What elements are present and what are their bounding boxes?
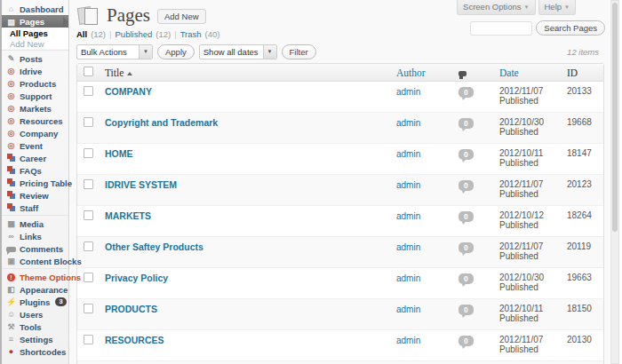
sidebar-item-content-blocks[interactable]: Content Blocks [2, 255, 68, 267]
comment-count-badge[interactable]: 0 [459, 305, 474, 315]
view-filter-all[interactable]: All [76, 29, 87, 39]
column-header-title[interactable]: Title [99, 64, 390, 82]
page-title-link[interactable]: IDRIVE SYSTEM [105, 179, 177, 190]
search-input[interactable] [470, 21, 532, 36]
author-link[interactable]: admin [396, 87, 420, 97]
row-checkbox[interactable] [84, 179, 93, 189]
row-checkbox[interactable] [84, 335, 93, 344]
date-value: 2012/10/30 [499, 273, 554, 282]
sidebar-item-resources[interactable]: Resources [2, 115, 68, 127]
table-header-row: Title Author Date ID [77, 64, 603, 82]
sidebar-item-media[interactable]: Media [2, 218, 68, 230]
page-title-link[interactable]: Privacy Policy [105, 273, 168, 283]
author-link[interactable]: admin [396, 242, 420, 252]
ring-icon [6, 116, 16, 125]
page-title-link[interactable]: Copyright and Trademark [105, 117, 218, 128]
pages-screen-icon [76, 5, 100, 27]
sidebar-item-label: Settings [20, 335, 52, 344]
sidebar-item-users[interactable]: Users [2, 308, 68, 320]
help-button[interactable]: Help ▼ [538, 0, 577, 15]
dates-filter-label: Show all dates [203, 47, 259, 57]
comment-count-badge[interactable]: 0 [459, 242, 474, 253]
sidebar-item-appearance[interactable]: Appearance [2, 283, 68, 296]
comment-count-badge[interactable]: 0 [459, 211, 474, 222]
author-link[interactable]: admin [396, 180, 420, 190]
sidebar-item-staff[interactable]: Staff [2, 202, 68, 214]
row-checkbox[interactable] [84, 148, 93, 158]
add-new-button[interactable]: Add New [157, 9, 206, 24]
table-row: MARKETSadmin02012/10/12Published18264 [77, 206, 603, 237]
sidebar-item-event[interactable]: Event [2, 139, 68, 152]
author-link[interactable]: admin [396, 118, 420, 128]
sidebar-item-links[interactable]: Links [2, 230, 68, 242]
top-toolbar: Bulk Actions ▼ Apply Show all dates ▼ Fi… [76, 44, 610, 59]
apply-button[interactable]: Apply [157, 44, 195, 59]
dates-filter-select[interactable]: Show all dates ▼ [199, 44, 277, 59]
author-link[interactable]: admin [396, 273, 420, 283]
comment-count-badge[interactable]: 0 [459, 118, 474, 129]
page-title-link[interactable]: MARKETS [105, 210, 151, 221]
table-row: HOMEadmin02012/10/11Published18147 [77, 144, 603, 175]
sidebar-subitem-add-new[interactable]: Add New [2, 38, 68, 49]
author-link[interactable]: admin [396, 336, 420, 345]
select-all-checkbox[interactable] [84, 67, 93, 76]
sidebar-item-posts[interactable]: Posts [2, 52, 68, 65]
vertical-scrollbar[interactable] [610, 0, 619, 364]
sidebar-item-pricing-table[interactable]: Pricing Table [2, 177, 68, 189]
row-checkbox[interactable] [84, 86, 93, 96]
sidebar-item-company[interactable]: Company [2, 127, 68, 139]
column-header-date[interactable]: Date [493, 64, 561, 82]
sidebar-item-dashboard[interactable]: Dashboard [2, 3, 68, 15]
comment-count-badge[interactable]: 0 [459, 336, 474, 346]
sidebar-item-faqs[interactable]: FAQs [2, 164, 68, 177]
column-header-author[interactable]: Author [390, 64, 452, 82]
screen-options-button[interactable]: Screen Options ▼ [457, 0, 535, 15]
author-link[interactable]: admin [396, 211, 420, 221]
author-link[interactable]: admin [396, 305, 420, 314]
row-checkbox[interactable] [84, 304, 93, 313]
scrollbar-thumb[interactable] [612, 3, 618, 232]
bulk-actions-select[interactable]: Bulk Actions ▼ [76, 44, 153, 59]
sidebar-item-label: Review [20, 191, 49, 201]
search-pages-button[interactable]: Search Pages [536, 20, 605, 36]
sidebar-item-settings[interactable]: Settings [2, 333, 68, 345]
sidebar-item-shortcodes[interactable]: Shortcodes [2, 345, 68, 358]
view-filter-published[interactable]: Published [116, 29, 153, 39]
sidebar-item-support[interactable]: Support [2, 90, 68, 102]
page-title-link[interactable]: COMPANY [105, 86, 152, 97]
id-value: 20123 [561, 175, 603, 206]
sidebar-item-idrive[interactable]: Idrive [2, 65, 68, 77]
view-count: (12) [156, 29, 171, 39]
row-checkbox[interactable] [84, 273, 93, 282]
sidebar-item-theme-options[interactable]: Theme Options [2, 271, 68, 283]
page-title-link[interactable]: PRODUCTS [105, 304, 157, 314]
page-title-link[interactable]: HOME [105, 148, 133, 159]
filter-button[interactable]: Filter [282, 44, 316, 59]
sidebar-item-markets[interactable]: Markets [2, 102, 68, 115]
sidebar-item-label: Markets [20, 104, 52, 114]
sidebar-item-label: Products [20, 79, 56, 89]
sidebar-item-label: Staff [20, 203, 38, 213]
sidebar-item-products[interactable]: Products [2, 77, 68, 90]
row-checkbox[interactable] [84, 241, 93, 251]
sidebar-item-label: Career [20, 154, 46, 163]
row-checkbox[interactable] [84, 210, 93, 220]
comment-count-badge[interactable]: 0 [459, 180, 474, 191]
sidebar-item-tools[interactable]: Tools [2, 320, 68, 333]
view-count: (12) [91, 29, 106, 39]
sidebar-item-review[interactable]: Review [2, 189, 68, 202]
page-title-link[interactable]: Other Saftey Products [105, 241, 203, 252]
author-link[interactable]: admin [396, 149, 420, 159]
sidebar-item-comments[interactable]: Comments [2, 242, 68, 255]
sidebar-subitem-all-pages[interactable]: All Pages [2, 28, 68, 38]
comment-count-badge[interactable]: 0 [459, 87, 474, 98]
page-title-link[interactable]: RESOURCES [105, 335, 164, 345]
comment-count-badge[interactable]: 0 [459, 273, 474, 284]
view-filter-trash[interactable]: Trash [180, 29, 202, 39]
comment-count-badge[interactable]: 0 [459, 149, 474, 160]
sidebar-item-plugins[interactable]: Plugins3 [2, 296, 68, 308]
sidebar-item-pages[interactable]: Pages [2, 15, 68, 28]
row-checkbox[interactable] [84, 117, 93, 127]
date-value: 2012/11/07 [499, 335, 554, 344]
sidebar-item-career[interactable]: Career [2, 152, 68, 164]
